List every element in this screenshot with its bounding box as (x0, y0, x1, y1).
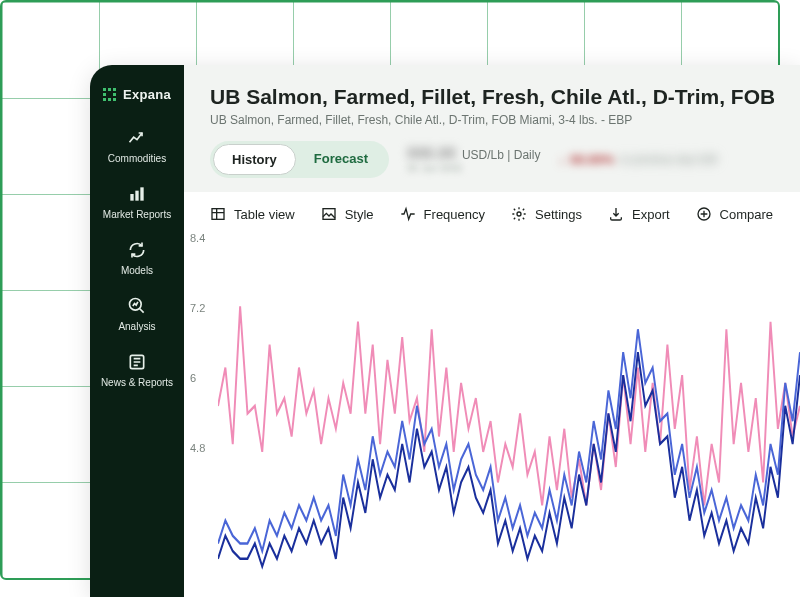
tab-history[interactable]: History (213, 144, 296, 175)
delta-block: ↓ 00.00% vs previous day 0.00 (558, 152, 716, 167)
sidebar-item-label: Models (121, 265, 153, 276)
svg-point-15 (517, 212, 521, 216)
chart-plot-area (218, 230, 800, 597)
delta-value: 00.00% (570, 152, 614, 167)
chart-up-icon (127, 128, 147, 148)
svg-rect-10 (140, 187, 143, 200)
svg-rect-5 (103, 98, 106, 101)
y-axis-tick: 7.2 (190, 302, 205, 314)
cycle-icon (127, 240, 147, 260)
waveform-icon (400, 206, 416, 222)
view-toggle: History Forecast (210, 141, 389, 178)
price-chart: 8.47.264.8 (184, 230, 800, 597)
sidebar: Expana Commodities Market Reports Models… (90, 65, 184, 597)
page-title: UB Salmon, Farmed, Fillet, Fresh, Chile … (210, 85, 774, 109)
sidebar-item-label: Analysis (118, 321, 155, 332)
toolbar-label: Compare (720, 207, 773, 222)
table-view-button[interactable]: Table view (210, 206, 295, 222)
tab-forecast[interactable]: Forecast (296, 144, 386, 175)
sidebar-item-label: Market Reports (103, 209, 171, 220)
sidebar-item-analysis[interactable]: Analysis (118, 296, 155, 332)
arrow-down-icon: ↓ (558, 152, 565, 167)
svg-rect-4 (113, 93, 116, 96)
chart-toolbar: Table view Style Frequency Settings Expo… (184, 192, 800, 230)
chart-series-pink (218, 306, 800, 505)
sidebar-item-market-reports[interactable]: Market Reports (103, 184, 171, 220)
table-icon (210, 206, 226, 222)
sidebar-item-commodities[interactable]: Commodities (108, 128, 166, 164)
brand-name: Expana (123, 87, 171, 102)
header-meta: History Forecast 000.00 USD/Lb | Daily 0… (210, 141, 774, 178)
brand[interactable]: Expana (103, 87, 171, 102)
price-block: 000.00 USD/Lb | Daily 00 Jan 0000 (407, 145, 540, 174)
toolbar-label: Style (345, 207, 374, 222)
price-value: 000.00 (407, 145, 456, 163)
gear-icon (511, 206, 527, 222)
svg-rect-2 (113, 88, 116, 91)
svg-rect-8 (130, 194, 133, 201)
svg-rect-1 (108, 88, 111, 91)
settings-button[interactable]: Settings (511, 206, 582, 222)
app-window: Expana Commodities Market Reports Models… (90, 65, 800, 597)
magnify-chart-icon (127, 296, 147, 316)
y-axis-tick: 4.8 (190, 442, 205, 454)
svg-rect-9 (135, 191, 138, 201)
export-button[interactable]: Export (608, 206, 670, 222)
header: UB Salmon, Farmed, Fillet, Fresh, Chile … (184, 65, 800, 192)
style-button[interactable]: Style (321, 206, 374, 222)
toolbar-label: Table view (234, 207, 295, 222)
sidebar-nav: Commodities Market Reports Models Analys… (90, 128, 184, 388)
image-icon (321, 206, 337, 222)
sidebar-item-label: News & Reports (101, 377, 173, 388)
y-axis-tick: 8.4 (190, 232, 205, 244)
newspaper-icon (127, 352, 147, 372)
toolbar-label: Export (632, 207, 670, 222)
price-date: 00 Jan 0000 (407, 163, 540, 174)
sidebar-item-news-reports[interactable]: News & Reports (101, 352, 173, 388)
svg-rect-7 (113, 98, 116, 101)
chart-series-blue-dark (218, 352, 800, 566)
price-unit: USD/Lb | Daily (462, 148, 540, 162)
svg-rect-6 (108, 98, 111, 101)
main-pane: UB Salmon, Farmed, Fillet, Fresh, Chile … (184, 65, 800, 597)
delta-sub: vs previous day 0.00 (619, 154, 717, 165)
page-subtitle: UB Salmon, Farmed, Fillet, Fresh, Chile … (210, 113, 774, 127)
svg-rect-13 (212, 209, 224, 220)
frequency-button[interactable]: Frequency (400, 206, 485, 222)
compare-button[interactable]: Compare (696, 206, 773, 222)
sidebar-item-models[interactable]: Models (121, 240, 153, 276)
toolbar-label: Settings (535, 207, 582, 222)
svg-rect-3 (103, 93, 106, 96)
toolbar-label: Frequency (424, 207, 485, 222)
bar-chart-icon (127, 184, 147, 204)
export-icon (608, 206, 624, 222)
plus-circle-icon (696, 206, 712, 222)
brand-logomark-icon (103, 88, 117, 102)
y-axis-tick: 6 (190, 372, 196, 384)
sidebar-item-label: Commodities (108, 153, 166, 164)
svg-rect-0 (103, 88, 106, 91)
